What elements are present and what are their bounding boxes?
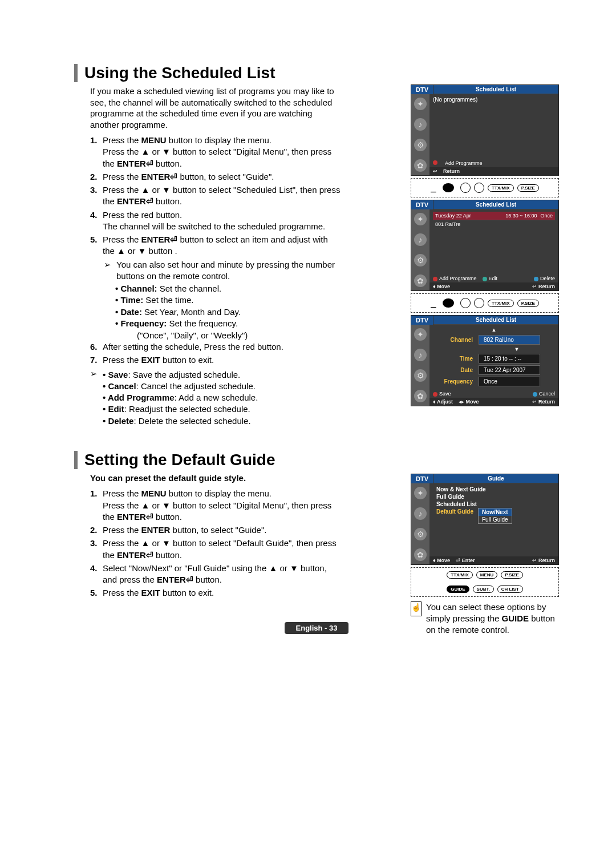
steps-list-2: 1. Press the MENU button to display the … [90, 488, 341, 599]
step-body: Press the EXIT button to exit. [103, 354, 341, 366]
red-button-icon [460, 183, 471, 193]
tv-screenshot-one-item: DTV Scheduled List ✦♪⚙✿ Tuesday 22 Apr 1… [411, 200, 559, 291]
nav-icon: ✿ [414, 159, 427, 172]
tv-title: Scheduled List [433, 200, 558, 209]
intro-bold: You can preset the default guide style. [90, 473, 341, 484]
step-number: 6. [90, 341, 103, 353]
step-body: Press the ▲ or ▼ button to select "Sched… [103, 184, 341, 208]
nav-icon: ♪ [414, 118, 427, 131]
remote-hint-3: TTX/MIX MENU P.SIZE GUIDE SUBT. CH LIST [411, 567, 559, 597]
step-number: 3. [90, 184, 103, 208]
tail-bullets: Save: Save the adjusted schedule. Cancel… [103, 369, 258, 427]
sched-date: Tuesday 22 Apr [435, 213, 471, 219]
time-field: 15 : 20 to -- : -- [479, 354, 540, 364]
button-icon [474, 183, 484, 193]
sched-time: 15:30 ~ 16:00 [505, 213, 537, 219]
nav-icon: ✦ [414, 98, 427, 110]
step-number: 5. [90, 234, 103, 257]
guide-item: Now & Next Guide [433, 486, 555, 493]
add-programme-label: Add Programme [445, 160, 483, 166]
dtv-badge: DTV [411, 200, 433, 209]
tv-screenshot-guide-menu: DTV Guide ✦♪⚙✿ Now & Next Guide Full Gui… [411, 474, 559, 565]
intro-paragraph: If you make a scheduled viewing list of … [90, 86, 341, 130]
section-title-default-guide: Setting the Default Guide [74, 451, 559, 469]
sched-freq: Once [540, 213, 553, 219]
guide-item: Full Guide [433, 493, 555, 500]
step-body: Press the MENU button to display the men… [103, 135, 341, 169]
step-number: 7. [90, 354, 103, 366]
svg-point-1 [443, 298, 454, 308]
ttx-button: TTX/MIX [488, 184, 514, 192]
psize-button: P.SIZE [517, 184, 539, 192]
dtv-badge: DTV [411, 85, 433, 94]
remote-hint-2: ⎯ TTX/MIX P.SIZE [411, 293, 559, 313]
default-guide-combo: Now/Next Full Guide [478, 508, 512, 524]
channel-field: 802 RaiUno [479, 335, 540, 345]
svg-point-0 [443, 183, 454, 192]
return-label: Return [443, 168, 460, 174]
step-number: 4. [90, 209, 103, 233]
guide-item: Scheduled List [433, 500, 555, 508]
note-arrow: ➢ Save: Save the adjusted schedule. Canc… [90, 368, 330, 428]
step-body: Press the red button. The channel will b… [103, 209, 341, 233]
guide-button-highlight: GUIDE [447, 585, 469, 593]
hand-icon: ☝ [411, 601, 422, 616]
nav-icon: ⚙ [414, 139, 427, 151]
section-title-scheduled-list: Using the Scheduled List [74, 64, 559, 82]
tv-screenshot-form: DTV Scheduled List ✦♪⚙✿ ▲ Channel802 Rai… [411, 315, 559, 406]
freq-field: Once [479, 377, 540, 386]
remote-hint-1: ⎯ TTX/MIX P.SIZE [411, 178, 559, 197]
note-arrow: ➢ You can also set hour and minute by pr… [104, 259, 343, 282]
tv-screenshot-empty-list: DTV Scheduled List ✦ ♪ ⚙ ✿ (No programme… [411, 84, 559, 176]
no-programmes-label: (No programmes) [433, 96, 555, 103]
sched-channel: 801 RaiTre [433, 220, 555, 228]
steps-list-cont: 6. After setting the schedule, Press the… [90, 341, 341, 366]
step-number: 2. [90, 171, 103, 183]
tv-title: Scheduled List [433, 85, 558, 94]
guide-item-selected: Default Guide [433, 508, 473, 515]
date-field: Tue 22 Apr 2007 [479, 365, 540, 375]
tip-note: ☝ You can select these options by simply… [411, 601, 559, 636]
arrow-icon: ➢ [104, 259, 116, 270]
dash-icon: ⎯ [431, 183, 436, 193]
steps-list: 1. Press the MENU button to display the … [90, 135, 341, 257]
step-body: Press the ENTER⏎ button to select an ite… [103, 234, 341, 257]
page-number: English - 33 [285, 622, 349, 634]
step-number: 1. [90, 135, 103, 169]
arrow-icon: ➢ [90, 368, 103, 379]
step-body: Press the ENTER⏎ button, to select "Guid… [103, 171, 341, 183]
step-body: After setting the schedule, Press the re… [103, 341, 341, 353]
